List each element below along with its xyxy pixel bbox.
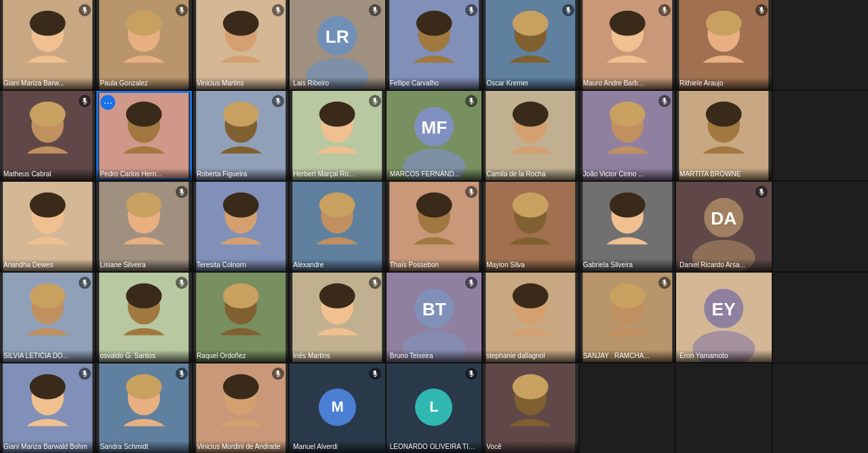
participant-name: Sandra Schmidt — [96, 441, 191, 453]
svg-point-132 — [30, 193, 66, 218]
participant-tile[interactable]: Oscar Kremer — [483, 0, 578, 90]
mute-indicator — [562, 4, 574, 16]
svg-point-146 — [223, 193, 259, 218]
participant-name: Raquel Ordoñez — [193, 350, 288, 362]
participant-tile[interactable]: Lisiane Silveira — [96, 182, 191, 271]
participant-tile[interactable]: Sandra Schmidt — [96, 363, 191, 453]
participant-tile[interactable] — [773, 363, 868, 453]
participant-tile[interactable]: Anandha Dewes — [0, 182, 95, 271]
participant-tile[interactable]: osvaldo G. Santos — [96, 273, 191, 362]
mute-indicator — [176, 186, 188, 198]
participant-tile[interactable]: Camila de la Rocha — [483, 91, 578, 180]
participant-tile[interactable]: Teresita Colnorn — [193, 182, 288, 271]
participant-name: stephanie dallagnol — [483, 350, 578, 362]
svg-point-276 — [513, 374, 549, 399]
participant-name: Teresita Colnorn — [193, 259, 288, 271]
participant-tile[interactable]: Alexandre — [290, 182, 384, 271]
svg-point-73 — [30, 102, 66, 127]
participant-tile[interactable]: Rithiele Araujo — [676, 0, 771, 90]
participant-tile[interactable]: SILVIA LETICIA DO... — [0, 273, 95, 362]
participant-name: Daniel Ricardo Arsa... — [676, 259, 771, 271]
participant-name: Paula Gonzalez — [96, 77, 191, 90]
participant-name: Lais Ribeiro — [290, 77, 384, 90]
participant-tile[interactable]: Vinicius Martins — [193, 0, 288, 90]
participant-tile[interactable]: Roberta Figueira — [193, 91, 288, 180]
mute-indicator — [176, 277, 188, 289]
svg-text:LR: LR — [326, 26, 349, 47]
svg-text:BT: BT — [422, 299, 446, 319]
participant-tile[interactable]: BT Bruno Teixeira — [387, 273, 481, 362]
svg-point-206 — [319, 283, 355, 309]
participant-name: Camila de la Rocha — [483, 168, 578, 180]
participant-name: Rithiele Araujo — [676, 77, 771, 90]
mute-indicator — [658, 95, 671, 107]
participant-tile[interactable]: Thaís Possebon — [387, 182, 481, 271]
svg-point-113 — [513, 102, 549, 127]
svg-point-201 — [223, 283, 259, 309]
participant-tile[interactable] — [773, 0, 868, 90]
participant-name: osvaldo G. Santos — [96, 350, 191, 362]
participant-name: Giani Mariza Barwald Bohm — [0, 441, 95, 453]
mute-indicator — [369, 95, 381, 107]
participant-tile[interactable]: Fellipe Carvalho — [387, 0, 481, 90]
participant-tile[interactable]: MARTITA BROWNE — [676, 91, 771, 180]
participant-tile[interactable]: ···Pedro Carlos Hern... — [96, 91, 191, 180]
participant-tile[interactable]: Mauro Andre Barb... — [580, 0, 675, 90]
participant-name: Mayion Silva — [483, 259, 578, 271]
participant-tile[interactable] — [676, 363, 771, 453]
mute-indicator — [176, 4, 188, 16]
svg-point-183 — [30, 283, 66, 309]
mute-indicator — [755, 186, 768, 198]
mute-indicator — [369, 368, 381, 380]
participant-tile[interactable]: Giani Mariza Barwald Bohm — [0, 363, 95, 453]
svg-point-228 — [609, 283, 645, 309]
svg-point-223 — [513, 283, 549, 309]
participant-tile[interactable]: João Victor Cirino ... — [580, 91, 675, 180]
participant-tile[interactable]: Giani Mariza Barw... — [0, 0, 95, 90]
participant-tile[interactable] — [773, 273, 868, 362]
participant-name: MARCOS FERNÁND... — [387, 168, 481, 180]
participant-tile[interactable]: Vinicius Mordini de Andrade — [193, 363, 288, 453]
participant-name: SANJAY . RAMCHA... — [580, 350, 675, 362]
participant-tile[interactable]: stephanie dallagnol — [483, 273, 578, 362]
participant-name: João Victor Cirino ... — [580, 168, 675, 180]
participant-tile[interactable]: DA Daniel Ricardo Arsa... — [676, 182, 771, 271]
participant-tile[interactable]: Mayion Silva — [483, 182, 578, 271]
participant-tile[interactable]: M Manuel Alverdi — [290, 363, 384, 453]
participant-name: Lisiane Silveira — [96, 259, 191, 271]
svg-point-127 — [706, 102, 742, 127]
participant-tile[interactable]: Matheus Cabral — [0, 91, 95, 180]
participant-name: Pedro Carlos Hern... — [96, 168, 191, 180]
participant-tile[interactable]: Inês Martins — [290, 273, 384, 362]
svg-text:EY: EY — [712, 299, 736, 319]
svg-point-82 — [126, 102, 162, 127]
svg-point-46 — [513, 11, 549, 36]
participant-name: Alexandre — [290, 259, 384, 271]
participant-tile[interactable] — [773, 91, 868, 180]
svg-text:DA: DA — [711, 208, 736, 229]
participant-name: Bruno Teixeira — [387, 350, 481, 362]
participant-name: Oscar Kremer — [483, 77, 578, 90]
svg-text:MF: MF — [421, 117, 447, 138]
svg-point-96 — [319, 102, 355, 127]
participant-tile[interactable]: EY Eron Yamamoto — [676, 273, 771, 362]
participant-tile[interactable]: SANJAY . RAMCHA... — [580, 273, 675, 362]
participant-tile[interactable]: LR Lais Ribeiro — [290, 0, 384, 90]
participant-name: Manuel Alverdi — [290, 441, 384, 453]
participant-tile[interactable] — [580, 363, 675, 453]
svg-point-20 — [223, 11, 259, 36]
participant-name: LEONARDO OLIVEIRA TIAGO — [387, 441, 481, 453]
participant-tile[interactable]: Herbert Marçal Ro... — [290, 91, 384, 180]
participant-tile[interactable]: Gabriela Silveira — [580, 182, 675, 271]
participant-tile[interactable]: Paula Gonzalez — [96, 0, 191, 90]
svg-point-156 — [416, 193, 452, 218]
participant-tile[interactable]: Você — [483, 363, 578, 453]
participant-tile[interactable] — [773, 182, 868, 271]
participant-tile[interactable]: L LEONARDO OLIVEIRA TIAGO — [387, 363, 481, 453]
participant-name: Vinicius Martins — [193, 77, 288, 90]
participant-tile[interactable]: Raquel Ordoñez — [193, 273, 288, 362]
mute-indicator — [369, 277, 381, 289]
participant-tile[interactable]: MF MARCOS FERNÁND... — [387, 91, 481, 180]
participant-name: Roberta Figueira — [193, 168, 288, 180]
participant-name: Matheus Cabral — [0, 168, 95, 180]
